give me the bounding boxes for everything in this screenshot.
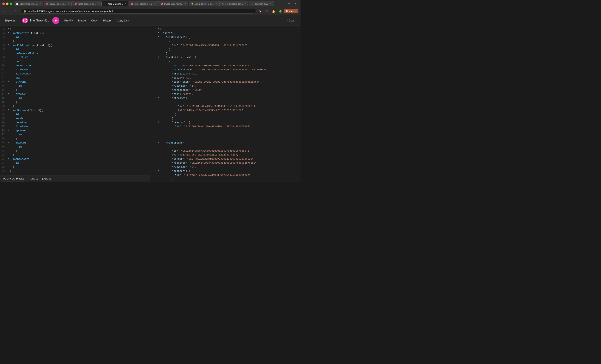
browser-tab-tab3[interactable]: 🐙 madfi-sponsor-m... × xyxy=(72,1,101,6)
address-text: localhost:8000/subgraphs/name/imthatcarl… xyxy=(28,10,253,13)
result-line: "id": "0x92561f28ec438ee9831d00d1d59fbdc… xyxy=(150,125,300,129)
query-line: 26▼ sponsor{ xyxy=(0,129,150,133)
close-button[interactable] xyxy=(2,2,5,5)
query-line: 35 } xyxy=(0,165,150,169)
tab-close-icon[interactable]: × xyxy=(125,2,126,5)
browser-tab-tab5[interactable]: 🐙 wip - adding to lo... × xyxy=(129,1,158,6)
docs-button[interactable]: ‹ Docs xyxy=(284,18,297,23)
result-line-toggle[interactable]: ▼ xyxy=(157,31,160,34)
line-toggle[interactable]: ▼ xyxy=(7,27,10,30)
explorer-button[interactable]: Explorer › xyxy=(3,18,19,23)
copy-link-button[interactable]: Copy Link xyxy=(114,18,132,23)
result-line-toggle[interactable]: ▼ xyxy=(157,56,160,59)
result-panel: ▼ { ▼ "data": { ▼ "madCreators": [ { "id… xyxy=(150,26,300,182)
copy-button[interactable]: Copy xyxy=(89,18,100,23)
result-line-toggle[interactable]: ▼ xyxy=(157,96,160,99)
line-number: 7 xyxy=(1,52,7,55)
line-number: 8 xyxy=(1,56,7,59)
play-button[interactable]: ▶ xyxy=(52,17,59,24)
bookmark-button[interactable]: 🔖 xyxy=(258,9,263,14)
update-label: Update xyxy=(286,10,294,13)
tab-close-icon[interactable]: × xyxy=(270,2,272,5)
browser-tab-tab2[interactable]: 🐙 aave/lens-proto... × xyxy=(44,1,72,6)
browser-tab-tab6[interactable]: 🐙 Invalid ENS name... × xyxy=(158,1,188,6)
line-number: 16 xyxy=(1,88,7,92)
line-toggle[interactable]: ▼ xyxy=(7,108,10,112)
browser-tab-tab8[interactable]: 🔍 est timezone gm... × xyxy=(219,1,248,6)
tab-close-icon[interactable]: × xyxy=(40,2,41,5)
result-line-content: "minSeconds": "3600", xyxy=(160,88,299,92)
tab-close-icon[interactable]: × xyxy=(216,2,217,5)
line-toggle[interactable]: ▼ xyxy=(7,129,10,132)
line-content: id xyxy=(10,145,149,149)
query-line: 20 } xyxy=(0,105,150,108)
minimize-button[interactable] xyxy=(6,2,9,5)
notification-button[interactable]: 🔔 xyxy=(271,9,276,14)
line-toggle[interactable]: ▼ xyxy=(7,44,10,47)
result-line: { xyxy=(150,39,300,44)
browser-chrome: 📄 State Changing F... × 🐙 aave/lens-prot… xyxy=(0,0,300,15)
line-toggle[interactable]: ▼ xyxy=(7,80,10,83)
line-toggle[interactable]: ▼ xyxy=(7,31,10,34)
line-content: minSeconds xyxy=(10,72,149,76)
result-code-area[interactable]: ▼ { ▼ "data": { ▼ "madCreators": [ { "id… xyxy=(150,26,300,182)
browser-tab-tab1[interactable]: 📄 State Changing F... × xyxy=(14,1,43,6)
extensions-button[interactable]: 🧩 xyxy=(277,9,283,14)
result-line-toggle[interactable]: ▼ xyxy=(157,141,160,144)
line-toggle[interactable]: ▼ xyxy=(7,141,10,144)
query-line: 3 id xyxy=(0,35,150,39)
result-line-content: } xyxy=(160,48,299,52)
forward-button[interactable]: › xyxy=(8,9,13,14)
line-toggle[interactable]: ▼ xyxy=(7,157,10,160)
browser-tab-tab7[interactable]: 🏆 Submission | LFG... × xyxy=(189,1,219,6)
graphql-icon xyxy=(23,19,27,22)
reload-button[interactable]: ↻ xyxy=(14,9,19,14)
result-line-toggle[interactable]: ▼ xyxy=(157,35,160,38)
query-line: 2▼ madCreators(first:5){ xyxy=(0,31,150,35)
history-button[interactable]: History xyxy=(100,18,114,23)
result-line-toggle[interactable]: ▼ xyxy=(157,27,160,30)
graphiql-main: 1▼{2▼ madCreators(first:5){3 id4 }5▼ mad… xyxy=(0,26,300,182)
result-line-toggle[interactable]: ▼ xyxy=(157,182,160,182)
line-number: 22 xyxy=(1,113,7,116)
tab-close-icon[interactable]: × xyxy=(245,2,246,5)
line-number: 14 xyxy=(1,80,7,84)
line-number: 23 xyxy=(1,117,7,120)
line-toggle[interactable]: ▼ xyxy=(7,92,10,95)
query-line: 31 } xyxy=(0,149,150,153)
tab-close-icon[interactable]: × xyxy=(98,2,99,5)
svg-point-3 xyxy=(23,19,24,20)
line-number: 12 xyxy=(1,72,7,76)
maximize-button[interactable] xyxy=(10,2,12,5)
back-button[interactable]: ‹ xyxy=(2,9,7,14)
line-number: 26 xyxy=(1,129,7,133)
shield-button[interactable]: 🛡 xyxy=(264,9,270,14)
address-input-wrap[interactable]: 🔒 localhost:8000/subgraphs/name/imthatca… xyxy=(20,9,256,14)
result-line: ], xyxy=(150,117,300,121)
new-tab-button[interactable]: + xyxy=(287,1,291,6)
update-button[interactable]: Update ≡ xyxy=(284,9,298,13)
query-line: 6 id xyxy=(0,48,150,52)
prettify-button[interactable]: Prettify xyxy=(61,18,76,23)
result-line: "id": "0x92561f28ec438ee9831d00d1d59fbdc… xyxy=(150,44,300,48)
tab-close-icon[interactable]: × xyxy=(185,2,186,5)
tab-close-icon[interactable]: × xyxy=(68,2,70,5)
line-content: id xyxy=(10,113,149,117)
query-variables-tab[interactable]: QUERY VARIABLES xyxy=(3,176,24,182)
browser-tabs-bar: 📄 State Changing F... × 🐙 aave/lens-prot… xyxy=(14,1,285,6)
tab-menu-button[interactable]: ▼ xyxy=(293,1,298,6)
line-number: 21 xyxy=(1,108,7,112)
browser-tab-tab9[interactable]: ▲ localhost:3000 × xyxy=(249,1,274,6)
result-line-toggle[interactable]: ▼ xyxy=(157,169,160,172)
query-code-area[interactable]: 1▼{2▼ madCreators(first:5){3 id4 }5▼ mad… xyxy=(0,26,150,175)
result-line: ▼ "madCreators": [ xyxy=(150,35,300,39)
result-line-toggle[interactable]: ▼ xyxy=(157,121,160,124)
browser-tab-tab4[interactable]: Y Yoga GraphiQ... × xyxy=(101,1,128,6)
merge-button[interactable]: Merge xyxy=(76,18,89,23)
line-number: 18 xyxy=(1,96,7,100)
query-line: 1▼{ xyxy=(0,27,150,31)
tab-close-icon[interactable]: × xyxy=(154,2,156,5)
request-headers-tab[interactable]: REQUEST HEADERS xyxy=(29,177,52,181)
result-line-content: "id": "0x92561f28ec438ee9831d00d1d59fbdc… xyxy=(160,125,299,129)
result-line: "tag": "cats", xyxy=(150,92,300,96)
